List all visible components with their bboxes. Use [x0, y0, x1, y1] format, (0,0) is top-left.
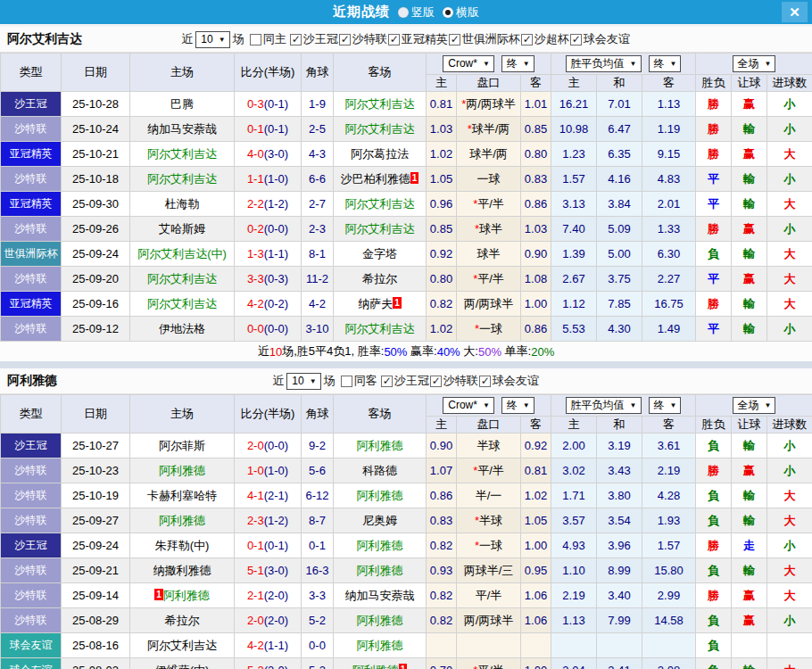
same-venue-checkbox[interactable]: 同主 — [250, 31, 286, 47]
summary-segment: 单率: — [501, 343, 531, 359]
date-cell: 25-10-27 — [62, 434, 130, 458]
competition-checkbox[interactable]: 沙王冠 — [290, 31, 338, 47]
avg-away-cell: 15.80 — [642, 558, 696, 583]
avg-draw-cell: 3.19 — [597, 434, 642, 458]
avg-time-select[interactable]: 终▼ — [649, 55, 682, 72]
avg-home-cell: 1.39 — [551, 242, 597, 267]
table-row: 沙王冠25-10-27阿尔菲斯2-0(0-0)9-2阿利雅德0.90半球0.92… — [1, 434, 812, 458]
avg-away-cell: 1.57 — [642, 533, 696, 558]
away-team-cell: 阿尔艾利吉达 — [334, 117, 427, 142]
competition-checkbox[interactable]: 沙特联 — [430, 373, 478, 389]
dropdown-group: Crow*▼终▼ — [427, 55, 551, 72]
odds-time-select[interactable]: 终▼ — [501, 55, 534, 72]
avg-draw-cell: 6.47 — [597, 117, 642, 142]
column-header: 客场 — [334, 395, 427, 434]
halftime-score: (0-1) — [264, 97, 288, 111]
halftime-score: (0-3) — [264, 272, 288, 285]
competition-checkbox[interactable]: 球会友谊 — [570, 31, 630, 47]
odds-company-select[interactable]: Crow*▼ — [443, 397, 494, 414]
odds-away-cell — [521, 633, 551, 658]
live-odds-star: * — [473, 664, 477, 669]
halftime-score: (0-0) — [264, 322, 288, 335]
competition-checkbox[interactable]: 球会友谊 — [479, 373, 539, 389]
matches-count-select[interactable]: 10▼ — [286, 373, 320, 390]
competition-checkbox[interactable]: 沙王冠 — [381, 373, 429, 389]
scope-select[interactable]: 全场▼ — [733, 55, 776, 72]
chevron-down-icon: ▼ — [630, 399, 637, 412]
halftime-score: (2-1) — [264, 489, 288, 502]
odds-away-cell: 0.80 — [521, 142, 551, 167]
scope-select[interactable]: 全场▼ — [733, 397, 776, 414]
result-handicap-cell: 輸 — [732, 434, 767, 458]
result-handicap-cell: 赢 — [732, 267, 767, 292]
date-cell: 25-09-16 — [62, 292, 130, 317]
competition-checkbox[interactable]: 亚冠精英 — [388, 31, 448, 47]
avg-home-cell: 1.13 — [551, 608, 597, 633]
sub-column-header: 进球数 — [767, 75, 812, 92]
avg-home-cell: 2.19 — [551, 583, 597, 608]
result-goals-cell: 大 — [767, 508, 812, 533]
fulltime-score: 2-1 — [247, 589, 264, 602]
avg-time-select[interactable]: 终▼ — [649, 397, 682, 414]
type-badge: 沙王冠 — [1, 533, 62, 558]
avg-draw-cell: 7.85 — [597, 292, 642, 317]
table-header-row: 类型日期主场比分(半场)角球客场Crow*▼终▼胜平负均值▼终▼全场▼ — [1, 54, 812, 75]
avg-away-cell: 6.30 — [642, 242, 696, 267]
away-team-cell: 纳萨夫1 — [334, 292, 427, 317]
type-badge: 沙特联 — [1, 608, 62, 633]
away-team-name: 阿尔艾利吉达 — [345, 97, 415, 111]
home-team-name: 艾哈斯姆 — [159, 222, 205, 235]
odds-company-select[interactable]: Crow*▼ — [443, 55, 494, 72]
competition-checkbox[interactable]: 世俱洲际杯 — [449, 31, 520, 47]
filter-bar: 近10▼场同主沙王冠沙特联亚冠精英世俱洲际杯沙超杯球会友谊 — [181, 31, 630, 48]
home-team-name: 阿尔艾利吉达 — [147, 297, 217, 310]
avg-away-cell: 1.13 — [642, 92, 696, 117]
odds-away-cell: 0.85 — [521, 117, 551, 142]
sub-column-header: 主 — [551, 75, 597, 92]
odds-time-select[interactable]: 终▼ — [501, 397, 534, 414]
away-team-cell: 阿尔葛拉法 — [334, 142, 427, 167]
sub-column-header: 盘口 — [457, 75, 521, 92]
result-wdl-cell: 負 — [696, 508, 732, 533]
result-wdl-cell: 勝 — [696, 458, 732, 483]
away-team-name: 阿利雅德 — [357, 564, 403, 577]
odds-home-cell: 1.02 — [427, 142, 457, 167]
away-team-name: 阿利雅德 — [357, 489, 403, 502]
team-name: 阿利雅德 — [7, 373, 57, 389]
avg-home-cell: 4.93 — [551, 533, 597, 558]
dropdown-group: 全场▼ — [696, 55, 812, 72]
home-team-cell: 阿尔艾利吉达 — [130, 633, 235, 658]
result-handicap-cell: 輸 — [732, 508, 767, 533]
matches-count-select[interactable]: 10▼ — [195, 31, 229, 48]
result-wdl-cell: 勝 — [696, 217, 732, 242]
fulltime-score: 2-0 — [247, 439, 264, 452]
home-team-cell: 希拉尔 — [130, 608, 235, 633]
same-venue-checkbox[interactable]: 同客 — [341, 373, 377, 389]
avg-type-select[interactable]: 胜平负均值▼ — [566, 397, 642, 414]
live-odds-star: * — [473, 197, 477, 211]
table-row: 沙特联25-09-141阿利雅德2-1(2-0)3-3纳加马安萘哉0.82平/半… — [1, 583, 812, 608]
home-team-cell: 1阿利雅德 — [130, 583, 235, 608]
avg-away-cell: 4.28 — [642, 483, 696, 508]
layout-radio-vertical[interactable]: 竖版 — [398, 4, 435, 21]
result-wdl-cell: 負 — [696, 633, 732, 658]
layout-radio-horizontal[interactable]: 横版 — [443, 4, 479, 21]
section-header: 阿尔艾利吉达近10▼场同主沙王冠沙特联亚冠精英世俱洲际杯沙超杯球会友谊 — [0, 27, 812, 53]
close-button[interactable]: ✕ — [782, 2, 808, 22]
competition-checkbox[interactable]: 沙超杯 — [521, 31, 569, 47]
column-header: 比分(半场) — [235, 395, 302, 434]
handicap-cell: *平/半 — [457, 192, 521, 217]
type-badge: 沙特联 — [1, 458, 62, 483]
handicap-cell: *球半 — [457, 217, 521, 242]
competition-checkbox-label: 沙特联 — [443, 373, 478, 389]
type-badge: 沙特联 — [1, 117, 62, 142]
odds-away-cell: 1.00 — [521, 292, 551, 317]
away-team-cell: 阿利雅德1 — [334, 658, 427, 669]
score-cell: 3-3(0-3) — [235, 267, 302, 292]
competition-checkbox[interactable]: 沙特联 — [339, 31, 387, 47]
checkbox-icon — [570, 34, 582, 45]
column-header: 角球 — [302, 54, 334, 92]
date-cell: 25-09-26 — [62, 217, 130, 242]
avg-type-select[interactable]: 胜平负均值▼ — [566, 55, 642, 72]
type-badge: 沙特联 — [1, 583, 62, 608]
